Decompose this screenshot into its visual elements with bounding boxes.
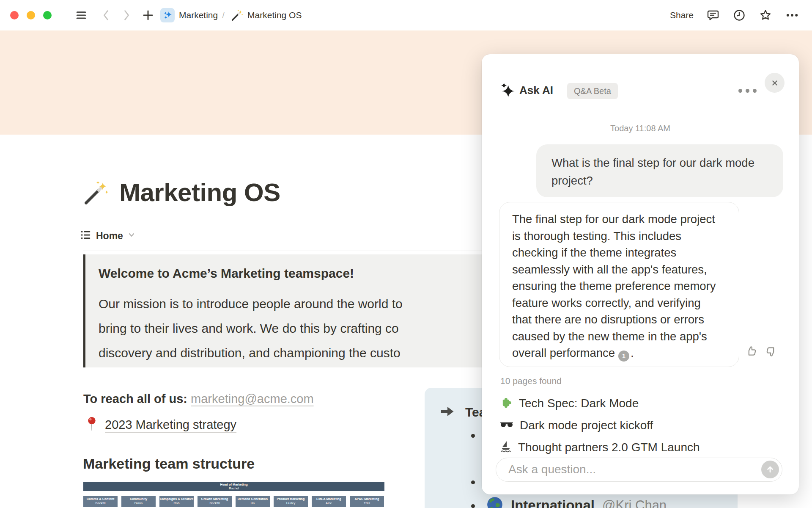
ask-ai-title: Ask AI: [519, 84, 553, 97]
puzzle-icon: [500, 397, 512, 410]
team-card-heading-row: Tea: [439, 404, 486, 421]
org-team-box: Comms & ContentBackfill: [83, 496, 118, 507]
international-page-link[interactable]: International: [511, 497, 595, 508]
globe-icon: [486, 496, 503, 508]
org-chart-image: Head of Marketing Rachel Comms & Content…: [83, 482, 384, 507]
org-team-box: Demand GenerationHa: [236, 496, 270, 507]
sunglasses-icon: [500, 420, 513, 431]
ask-ai-panel: Ask AI Q&A Beta Today 11:08 AM What is t…: [482, 54, 799, 494]
email-link[interactable]: marketing@acme.com: [191, 392, 314, 406]
thumbs-up-icon[interactable]: [745, 345, 758, 358]
chevron-down-icon: [128, 231, 135, 240]
page-title: Marketing OS: [119, 178, 280, 207]
ai-sparkles-icon: [499, 81, 516, 100]
panel-close-icon[interactable]: [765, 73, 785, 93]
updates-clock-icon[interactable]: [732, 8, 746, 22]
thumbs-down-icon[interactable]: [764, 345, 778, 358]
team-structure-heading: Marketing team structure: [83, 456, 255, 472]
user-mention[interactable]: @Kri Chan: [602, 498, 667, 508]
list-bullet: [471, 434, 475, 438]
contact-label: To reach all of us:: [83, 392, 187, 406]
org-team-box: EMEA MarketingAine: [312, 496, 346, 507]
teamspace-sparkles-icon[interactable]: [160, 8, 175, 22]
magic-wand-icon[interactable]: [83, 180, 108, 207]
citation-badge[interactable]: 1: [618, 351, 629, 362]
org-head-box: Head of Marketing Rachel: [83, 482, 384, 491]
ask-question-inputwrap: [496, 458, 782, 482]
list-view-icon: [80, 229, 91, 242]
favorite-star-icon[interactable]: [759, 8, 772, 22]
breadcrumb-separator: /: [222, 10, 225, 20]
arrow-right-icon[interactable]: [439, 404, 456, 421]
magic-wand-icon: [230, 9, 243, 22]
org-team-box: Campaigns & CreativeRob: [159, 496, 194, 507]
ask-question-input[interactable]: [496, 458, 754, 481]
breadcrumb-teamspace[interactable]: Marketing: [179, 10, 218, 20]
strategy-page-link-row: 2023 Marketing strategy: [86, 416, 236, 433]
pages-found-label: 10 pages found: [500, 376, 562, 386]
window-minimize-button[interactable]: [27, 11, 35, 19]
international-row: International @Kri Chan: [486, 496, 667, 508]
page-title-row: Marketing OS: [83, 178, 280, 207]
sidebar-menu-icon[interactable]: [75, 9, 88, 22]
source-page-row[interactable]: Thought partners 2.0 GTM Launch: [497, 438, 789, 457]
org-team-box: CommunityDiana: [121, 496, 156, 507]
tab-home-label: Home: [96, 230, 123, 242]
org-head-role: Head of Marketing: [83, 483, 384, 486]
share-button[interactable]: Share: [670, 10, 694, 20]
topbar: Marketing / Marketing OS Share: [0, 0, 812, 30]
org-team-box: Product MarketingHurley: [274, 496, 308, 507]
sailboat-icon: [500, 441, 511, 454]
source-page-row[interactable]: Tech Spec: Dark Mode: [497, 394, 789, 413]
org-team-box: Growth MarketingBackfill: [198, 496, 232, 507]
org-head-name: Rachel: [83, 486, 384, 490]
pushpin-icon: [86, 416, 97, 433]
strategy-page-link[interactable]: 2023 Marketing strategy: [105, 418, 236, 432]
more-options-icon[interactable]: [785, 9, 799, 22]
notion-window: Marketing / Marketing OS Share: [0, 0, 812, 508]
answer-last-line: overall performance1.: [512, 345, 726, 362]
conversation-timestamp: Today 11:08 AM: [482, 124, 799, 133]
contact-line: To reach all of us: marketing@acme.com: [83, 392, 314, 406]
list-bullet: [471, 480, 475, 484]
list-bullet: [471, 504, 475, 508]
feedback-buttons: [745, 345, 778, 358]
source-page-row[interactable]: Dark mode project kickoff: [497, 416, 789, 435]
nav-back-icon[interactable]: [100, 9, 112, 22]
send-question-button[interactable]: [761, 461, 779, 478]
ai-answer-bubble: The final step for our dark mode project…: [499, 202, 739, 367]
org-team-box: APAC MarketingTBH: [350, 496, 384, 507]
window-zoom-button[interactable]: [43, 11, 52, 19]
tab-home[interactable]: Home: [80, 229, 135, 242]
qa-beta-badge: Q&A Beta: [567, 83, 618, 99]
comments-icon[interactable]: [706, 8, 720, 22]
breadcrumb-page[interactable]: Marketing OS: [247, 10, 302, 20]
panel-more-icon[interactable]: [738, 89, 757, 93]
user-question-bubble: What is the final step for our dark mode…: [536, 144, 783, 197]
new-page-icon[interactable]: [142, 9, 154, 22]
window-close-button[interactable]: [10, 11, 19, 19]
org-team-row: Comms & ContentBackfill CommunityDiana C…: [83, 496, 384, 507]
nav-forward-icon[interactable]: [121, 9, 132, 22]
